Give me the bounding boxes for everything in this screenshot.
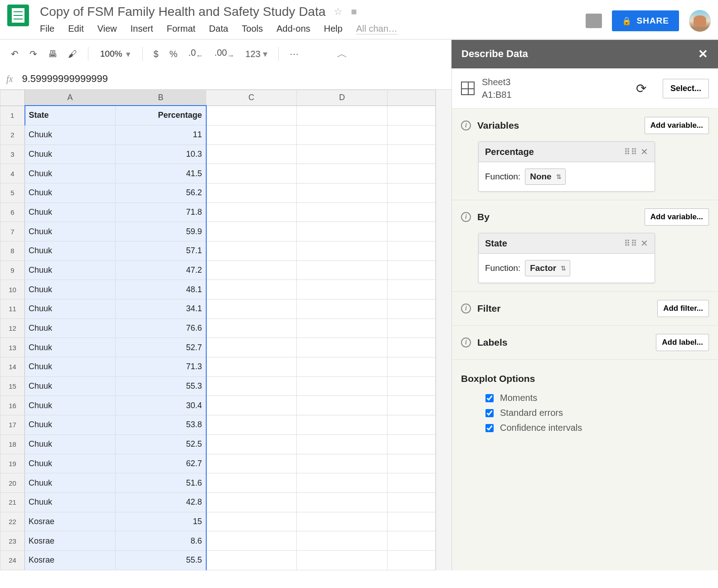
cell[interactable]: Chuuk — [25, 357, 116, 377]
row-header[interactable]: 15 — [0, 376, 25, 396]
row-header[interactable]: 10 — [0, 280, 25, 299]
cell[interactable] — [388, 434, 436, 454]
redo-button[interactable]: ↷ — [25, 45, 42, 63]
row-header[interactable]: 3 — [0, 145, 25, 164]
col-header-a[interactable]: A — [25, 90, 116, 106]
cell[interactable]: Chuuk — [25, 318, 116, 338]
cell[interactable] — [206, 280, 297, 299]
cell[interactable]: Chuuk — [25, 454, 116, 473]
cell[interactable] — [206, 299, 297, 319]
cell[interactable] — [388, 202, 436, 222]
cell[interactable] — [388, 106, 436, 125]
cell[interactable] — [206, 454, 297, 473]
info-icon[interactable]: i — [461, 212, 471, 222]
cell[interactable] — [297, 260, 388, 280]
info-icon[interactable]: i — [461, 337, 471, 347]
cell[interactable]: Chuuk — [25, 183, 116, 202]
cell[interactable] — [206, 222, 297, 241]
cell[interactable] — [297, 454, 388, 473]
cell[interactable]: 52.5 — [116, 434, 206, 454]
cell[interactable]: Kosrae — [25, 512, 116, 531]
cell[interactable]: 42.8 — [116, 492, 206, 512]
function-select[interactable]: None — [525, 169, 566, 185]
select-range-button[interactable]: Select... — [663, 79, 709, 98]
cell[interactable] — [297, 338, 388, 357]
add-variable-button[interactable]: Add variable... — [645, 117, 709, 134]
row-header[interactable]: 13 — [0, 338, 25, 357]
cell[interactable] — [388, 222, 436, 241]
row-header[interactable]: 18 — [0, 434, 25, 454]
menu-format[interactable]: Format — [167, 24, 195, 34]
cell[interactable] — [206, 183, 297, 202]
row-header[interactable]: 12 — [0, 318, 25, 338]
cell[interactable]: 55.3 — [116, 376, 206, 396]
stderr-checkbox[interactable] — [485, 409, 494, 417]
row-header[interactable]: 19 — [0, 454, 25, 473]
cell[interactable]: State — [25, 106, 116, 125]
cell[interactable] — [388, 473, 436, 493]
cell[interactable]: 41.5 — [116, 164, 206, 183]
share-button[interactable]: 🔒 SHARE — [612, 10, 679, 31]
cell[interactable]: Percentage — [116, 106, 206, 125]
row-header[interactable]: 4 — [0, 164, 25, 183]
formula-value[interactable]: 9.59999999999999 — [22, 73, 108, 85]
cell[interactable] — [206, 473, 297, 493]
cell[interactable] — [388, 512, 436, 531]
print-button[interactable]: 🖶 — [44, 45, 62, 63]
cell[interactable] — [206, 492, 297, 512]
document-title[interactable]: Copy of FSM Family Health and Safety Stu… — [40, 5, 325, 19]
row-header[interactable]: 20 — [0, 473, 25, 493]
cell[interactable] — [388, 280, 436, 299]
cell[interactable] — [388, 492, 436, 512]
cell[interactable] — [388, 376, 436, 396]
cell[interactable]: 55.5 — [116, 550, 206, 570]
add-by-variable-button[interactable]: Add variable... — [645, 208, 709, 226]
cell[interactable] — [388, 241, 436, 260]
cell[interactable]: 76.6 — [116, 318, 206, 338]
refresh-icon[interactable]: ⟳ — [636, 81, 646, 96]
cell[interactable] — [297, 434, 388, 454]
more-tools-button[interactable]: ⋯ — [285, 45, 303, 63]
cell[interactable] — [206, 318, 297, 338]
cell[interactable]: Chuuk — [25, 434, 116, 454]
cell[interactable] — [297, 512, 388, 531]
cell[interactable] — [297, 318, 388, 338]
cell[interactable] — [297, 145, 388, 164]
cell[interactable]: 56.2 — [116, 183, 206, 202]
cell[interactable]: Chuuk — [25, 241, 116, 260]
row-header[interactable]: 24 — [0, 550, 25, 570]
cell[interactable]: 8.6 — [116, 531, 206, 551]
menu-data[interactable]: Data — [209, 24, 228, 34]
cell[interactable] — [297, 550, 388, 570]
cell[interactable]: Chuuk — [25, 338, 116, 357]
info-icon[interactable]: i — [461, 304, 471, 313]
cell[interactable] — [297, 106, 388, 125]
remove-variable-icon[interactable]: ✕ — [640, 238, 648, 249]
add-label-button[interactable]: Add label... — [656, 334, 709, 351]
col-header-d[interactable]: D — [297, 90, 388, 106]
corner-cell[interactable] — [0, 90, 25, 106]
row-header[interactable]: 8 — [0, 241, 25, 260]
col-header-b[interactable]: B — [116, 90, 206, 106]
cell[interactable] — [388, 299, 436, 319]
menu-insert[interactable]: Insert — [131, 24, 153, 34]
percent-button[interactable]: % — [165, 45, 182, 63]
cell[interactable]: Chuuk — [25, 415, 116, 435]
cell[interactable] — [388, 415, 436, 435]
moments-checkbox-row[interactable]: Moments — [461, 390, 709, 405]
cell[interactable] — [297, 222, 388, 241]
cell[interactable] — [297, 241, 388, 260]
cell[interactable] — [206, 434, 297, 454]
cell[interactable]: 15 — [116, 512, 206, 531]
decrease-decimal-button[interactable]: .0← — [184, 44, 208, 64]
paint-format-button[interactable]: 🖌 — [63, 45, 82, 63]
menu-help[interactable]: Help — [324, 24, 343, 34]
cell[interactable] — [388, 125, 436, 145]
cell[interactable]: Chuuk — [25, 222, 116, 241]
cell[interactable]: Chuuk — [25, 164, 116, 183]
increase-decimal-button[interactable]: .00→ — [210, 44, 239, 64]
cell[interactable] — [297, 376, 388, 396]
changes-link[interactable]: All chan… — [356, 24, 398, 34]
stderr-checkbox-row[interactable]: Standard errors — [461, 405, 709, 420]
function-select[interactable]: Factor — [525, 260, 570, 276]
